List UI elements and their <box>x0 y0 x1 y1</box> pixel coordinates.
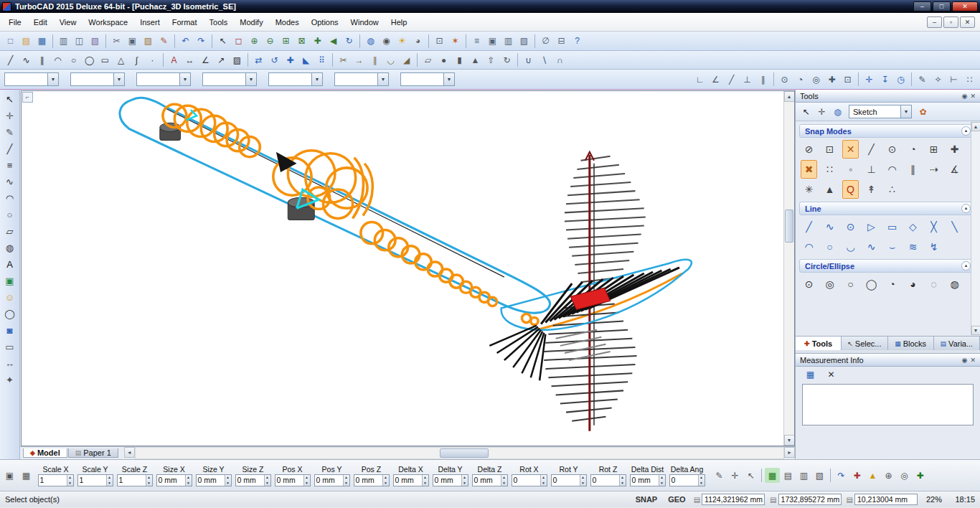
sphere-icon[interactable]: ● <box>436 52 451 67</box>
spin-up-icon[interactable]: ▲ <box>541 475 547 481</box>
image-tool-icon[interactable]: ▣ <box>2 273 17 288</box>
arc-icon[interactable]: ◠ <box>50 52 65 67</box>
menu-modes[interactable]: Modes <box>270 14 305 30</box>
library-icon[interactable]: ▥ <box>501 34 516 49</box>
tab-model[interactable]: ◈Model <box>23 448 67 458</box>
circle-concentric-icon[interactable]: ◎ <box>821 275 838 293</box>
spin-down-icon[interactable]: ▼ <box>383 481 389 486</box>
line-curve-icon[interactable]: ◡ <box>842 237 859 256</box>
spin-down-icon[interactable]: ▼ <box>265 481 270 486</box>
geo-toggle[interactable]: GEO <box>665 494 688 504</box>
line-polyline-icon[interactable]: ∿ <box>821 217 838 236</box>
scroll-left-arrow[interactable]: ◄ <box>124 447 135 458</box>
spin-up-icon[interactable]: ▲ <box>67 475 73 481</box>
y-coord-value[interactable]: 1732,895272 mm <box>778 494 842 505</box>
trim-icon[interactable]: ✂ <box>336 52 351 67</box>
new-icon[interactable]: □ <box>3 34 18 49</box>
layer-combo[interactable]: ▼ <box>4 72 59 86</box>
polygon-icon[interactable]: △ <box>113 52 128 67</box>
spin-up-icon[interactable]: ▲ <box>146 475 152 481</box>
menu-format[interactable]: Format <box>166 14 203 30</box>
measurement-titlebar[interactable]: Measurement Info ◉ ✕ <box>796 354 980 367</box>
field-spinner[interactable]: ▲▼ <box>422 475 428 486</box>
spin-down-icon[interactable]: ▼ <box>146 481 152 486</box>
zoom-in-icon[interactable]: ⊕ <box>247 34 262 49</box>
collapse-chevron-icon[interactable]: ▲ <box>961 204 971 213</box>
snap-grid-2-icon[interactable]: ∷ <box>821 160 838 179</box>
menu-options[interactable]: Options <box>306 14 344 30</box>
spin-up-icon[interactable]: ▲ <box>186 475 192 481</box>
spin-up-icon[interactable]: ▲ <box>699 475 705 481</box>
spin-down-icon[interactable]: ▼ <box>501 481 507 486</box>
array-icon[interactable]: ⠿ <box>314 52 329 67</box>
snap-ruler-icon[interactable]: ↟ <box>863 180 880 199</box>
zoom-window-icon[interactable]: ⊞ <box>278 34 293 49</box>
style-combo[interactable]: Sketch ▼ <box>849 105 912 118</box>
print-icon[interactable]: ▥ <box>56 34 71 49</box>
grid-small-icon[interactable]: ▦ <box>19 468 34 483</box>
field-spinner[interactable]: ▲▼ <box>264 475 270 486</box>
circle-icon[interactable]: ○ <box>66 52 81 67</box>
chamfer-icon[interactable]: ◢ <box>399 52 414 67</box>
maximize-button[interactable]: □ <box>933 1 951 11</box>
redraw-icon[interactable]: ↻ <box>341 34 357 49</box>
field-spinner[interactable]: ▲▼ <box>580 475 586 486</box>
field-input[interactable]: 0 mm▲▼ <box>156 474 192 486</box>
snap-entity-icon[interactable]: ◦ <box>842 160 859 179</box>
y-coord-icon[interactable]: ▤ <box>770 496 776 504</box>
vertical-scrollbar[interactable]: ▲ ▼ <box>783 91 794 446</box>
line-tool-icon[interactable]: ╱ <box>2 141 17 156</box>
angle-snap-icon[interactable]: ∠ <box>708 72 723 87</box>
field-spinner[interactable]: ▲▼ <box>343 475 349 486</box>
field-spinner[interactable]: ▲▼ <box>461 475 468 486</box>
horizontal-scroll-thumb[interactable] <box>440 448 489 458</box>
grid-toggle-icon[interactable]: ∷ <box>962 72 977 87</box>
snap-tangent-icon[interactable]: ◠ <box>884 160 900 179</box>
grid-active-icon[interactable]: ▦ <box>765 468 780 483</box>
menu-file[interactable]: File <box>3 14 27 30</box>
pen-mode-icon[interactable]: ✎ <box>712 468 727 483</box>
point-icon[interactable]: ∙ <box>145 52 160 67</box>
mdi-minimize-button[interactable]: – <box>927 17 942 28</box>
paste-icon[interactable]: ▨ <box>141 34 156 49</box>
field-spinner[interactable]: ▲▼ <box>106 475 113 486</box>
circle-small-icon[interactable]: ⊕ <box>881 468 896 483</box>
menu-window[interactable]: Window <box>345 14 385 30</box>
pen-icon[interactable]: ✎ <box>2 125 17 140</box>
fillet-icon[interactable]: ◡ <box>383 52 398 67</box>
pan-icon[interactable]: ✚ <box>310 34 325 49</box>
field-input[interactable]: 0 mm▲▼ <box>314 474 350 486</box>
mdi-close-button[interactable]: ✕ <box>960 17 975 28</box>
redo-icon[interactable]: ↷ <box>194 34 209 49</box>
horizontal-scrollbar[interactable]: ◄ ► <box>124 447 795 459</box>
dimension-style-combo[interactable]: ▼ <box>400 72 455 86</box>
fill-tool-icon[interactable]: ◙ <box>2 323 17 338</box>
circle-dashed-icon[interactable]: ◌ <box>925 275 942 293</box>
star-tool-icon[interactable]: ✦ <box>2 372 17 387</box>
line-arc-segment-icon[interactable]: ⌣ <box>884 237 900 256</box>
ruler-origin-button[interactable]: ⌐ <box>22 92 33 103</box>
spin-up-icon[interactable]: ▲ <box>383 475 389 481</box>
ellipse-icon[interactable]: ◯ <box>82 52 97 67</box>
scroll-up-arrow[interactable]: ▲ <box>784 91 795 102</box>
spin-up-icon[interactable]: ▲ <box>501 475 507 481</box>
dashed-rect-tool-icon[interactable]: ▭ <box>2 339 17 354</box>
spin-down-icon[interactable]: ▼ <box>541 481 547 486</box>
line-cross-icon[interactable]: ╳ <box>925 217 942 236</box>
snap-perpendicular-icon[interactable]: ⊥ <box>863 160 880 179</box>
spin-down-icon[interactable]: ▼ <box>659 481 665 486</box>
snap-extension-icon[interactable]: ⇢ <box>925 160 942 179</box>
dropdown-arrow-icon[interactable]: ▼ <box>900 105 911 118</box>
dropdown-arrow-icon[interactable]: ▼ <box>47 73 58 85</box>
world-icon[interactable]: ◍ <box>363 34 378 49</box>
spin-down-icon[interactable]: ▼ <box>67 481 73 486</box>
field-input[interactable]: 0▲▼ <box>551 474 587 486</box>
spin-up-icon[interactable]: ▲ <box>620 475 626 481</box>
dropdown-arrow-icon[interactable]: ▼ <box>377 73 388 85</box>
spin-down-icon[interactable]: ▼ <box>462 481 468 486</box>
revolve-icon[interactable]: ↻ <box>499 52 514 67</box>
select-cursor-icon[interactable]: ↖ <box>2 92 17 107</box>
snap-vertex-icon[interactable]: ⊡ <box>840 72 855 87</box>
measure-tool-icon[interactable]: ↔ <box>2 356 17 371</box>
vertical-scroll-thumb[interactable] <box>785 210 793 243</box>
